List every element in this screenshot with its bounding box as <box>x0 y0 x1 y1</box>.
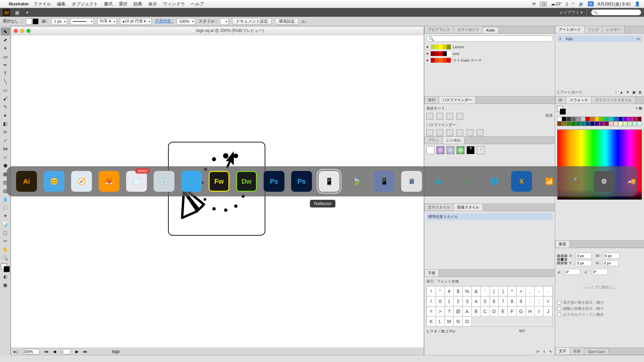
glyph-cell[interactable]: 9 <box>517 296 526 306</box>
swatch-cell[interactable] <box>618 121 623 126</box>
swatch-cell[interactable] <box>637 121 642 126</box>
glyph-cell[interactable]: 8 <box>507 296 517 306</box>
kuler-search-input[interactable] <box>426 36 553 42</box>
swatch-cell[interactable] <box>628 121 632 126</box>
glyph-cell[interactable]: J <box>543 306 552 316</box>
menu-window[interactable]: ウィンドウ <box>163 1 185 7</box>
swatch-cell[interactable] <box>599 121 604 126</box>
glyph-cell[interactable]: 7 <box>498 296 507 306</box>
swatch-cell[interactable] <box>613 121 618 126</box>
glyph-cell[interactable]: # <box>445 286 454 296</box>
glyph-cell[interactable]: K <box>427 316 436 326</box>
pf-merge-icon[interactable] <box>446 129 453 136</box>
swatch-cell[interactable] <box>562 117 567 121</box>
dock-app-xcode[interactable]: 🔨 <box>566 171 587 192</box>
glyph-cell[interactable]: / <box>427 296 436 306</box>
magic-wand-tool[interactable]: ✶ <box>1 44 10 52</box>
tab-stroke[interactable]: 線 <box>555 96 566 104</box>
glyph-cell[interactable]: 5 <box>481 296 490 306</box>
stroke-uniform-dropdown[interactable]: 均等 ▾ <box>97 18 116 25</box>
opacity-dropdown[interactable]: 100% <box>177 18 195 25</box>
window-close-button[interactable] <box>14 29 18 33</box>
glyph-cell[interactable]: * <box>507 286 517 296</box>
volume-icon[interactable]: 🔊 <box>579 1 584 6</box>
transform-angle-input[interactable] <box>564 269 580 275</box>
dock-app-mail[interactable]: ✉️18962 <box>126 171 147 192</box>
glyph-cell[interactable]: D <box>490 306 499 316</box>
swatch-cell[interactable] <box>581 117 585 121</box>
swatch-cell[interactable] <box>632 117 637 121</box>
bridge-icon[interactable]: ▦ <box>14 9 20 15</box>
glyph-filter-dropdown[interactable]: フォント全体 <box>437 279 484 284</box>
dock-app-wifi[interactable]: 📶 <box>539 171 559 192</box>
glyph-cell[interactable]: N <box>453 316 463 326</box>
swatch-cell[interactable] <box>576 121 581 126</box>
artboard-row[interactable]: 1 logo ▭ <box>557 36 642 42</box>
swatch-cell[interactable] <box>632 121 637 126</box>
pf-minusback-icon[interactable] <box>477 129 483 136</box>
glyph-cell[interactable]: $ <box>453 286 463 296</box>
lasso-tool[interactable]: ᔕ <box>1 53 10 61</box>
selection-tool[interactable]: ⬉ <box>1 27 10 36</box>
swatch-grid[interactable] <box>557 117 642 126</box>
tab-colorguide[interactable]: カラーガイド <box>453 26 483 33</box>
tab-parastyle[interactable]: 段落スタイル <box>453 203 483 211</box>
glyph-cell[interactable]: H <box>526 306 535 316</box>
swatch-fillstroke-chip[interactable] <box>557 106 566 115</box>
app-switcher[interactable]: Ai😊🧭🦊✉️18962💿🐦FwDwPsPs📱🍃📱🖥▶X🌐X📶🔨⚙🚚 <box>7 166 637 196</box>
brush-def-dropdown[interactable]: ● 10 pt 円形 ▾ <box>120 18 152 25</box>
symbol-sprayer-tool[interactable]: ✦ <box>1 212 10 220</box>
swatch-cell[interactable] <box>628 117 632 121</box>
tab-opentype[interactable]: OpenType <box>584 348 608 355</box>
glyph-cell[interactable]: E <box>498 306 507 316</box>
fill-swatch[interactable] <box>26 18 32 24</box>
dock-app-leaf[interactable]: 🍃 <box>346 171 367 192</box>
artboard-delete-icon[interactable]: 🗑 <box>638 90 642 95</box>
swatch-cell[interactable] <box>613 117 618 121</box>
document-setup-button[interactable]: ドキュメント設定 <box>232 18 272 25</box>
scale-tool[interactable]: ⤢ <box>1 136 10 144</box>
glyph-cell[interactable]: @ <box>453 306 463 316</box>
swatch-grid-view-icon[interactable]: ▦ <box>639 106 642 110</box>
width-tool[interactable]: ⋈ <box>1 145 10 153</box>
tab-symbols[interactable]: シンボル <box>442 136 465 144</box>
pencil-tool[interactable]: ✎ <box>1 103 10 111</box>
line-tool[interactable]: ╲ <box>1 78 10 86</box>
arrange-icon[interactable]: ▾ <box>24 9 30 15</box>
tab-pathfinder[interactable]: パスファインダー <box>439 96 476 104</box>
tab-appearance[interactable]: アピアランス <box>424 26 454 33</box>
pathfinder-intersect-icon[interactable] <box>446 113 453 120</box>
nav-last-icon[interactable]: ⏭ <box>83 349 87 354</box>
glyph-cell[interactable]: 2 <box>453 296 463 306</box>
dock-app-truck[interactable]: 🚚 <box>621 171 642 192</box>
tab-artboards[interactable]: アートボード <box>555 26 585 33</box>
artboard-move-down-icon[interactable]: ▼ <box>626 90 630 95</box>
swatch-cell[interactable] <box>609 117 613 121</box>
dock-app-chrome[interactable]: 🌐 <box>484 171 504 192</box>
align-to-icon[interactable]: ⎋▾ <box>302 19 307 24</box>
direct-selection-tool[interactable]: ⬈ <box>1 36 10 44</box>
swatch-cell[interactable] <box>571 117 576 121</box>
menu-edit[interactable]: 編集 <box>57 1 66 7</box>
wifi-icon[interactable]: ⌔ <box>572 1 575 6</box>
glyph-cell[interactable]: ? <box>445 306 454 316</box>
hand-tool[interactable]: ✋ <box>1 245 10 253</box>
graph-tool[interactable]: 📊 <box>1 220 10 228</box>
transform-x-input[interactable] <box>576 253 592 259</box>
glyph-cell[interactable]: + <box>517 286 526 296</box>
nav-first-icon[interactable]: ⏮ <box>44 349 48 354</box>
glyph-cell[interactable]: I <box>534 306 543 316</box>
nav-next-icon[interactable]: ▶ <box>75 349 78 354</box>
pathfinder-exclude-icon[interactable] <box>457 113 463 120</box>
glyph-cell[interactable]: 6 <box>490 296 499 306</box>
swatch-cell[interactable] <box>585 121 590 126</box>
swatch-cell[interactable] <box>590 121 595 126</box>
glyph-cell[interactable]: ! <box>427 286 436 296</box>
dock-app-twitter[interactable]: 🐦 <box>181 171 202 192</box>
swatch-cell[interactable] <box>567 121 571 126</box>
swatch-cell[interactable] <box>599 117 604 121</box>
menu-effect[interactable]: 効果 <box>133 1 142 7</box>
pathfinder-minusfront-icon[interactable] <box>436 113 443 120</box>
dock-app-dreamweaver[interactable]: Dw <box>236 171 257 192</box>
tab-transform[interactable]: 変形 <box>555 240 570 248</box>
